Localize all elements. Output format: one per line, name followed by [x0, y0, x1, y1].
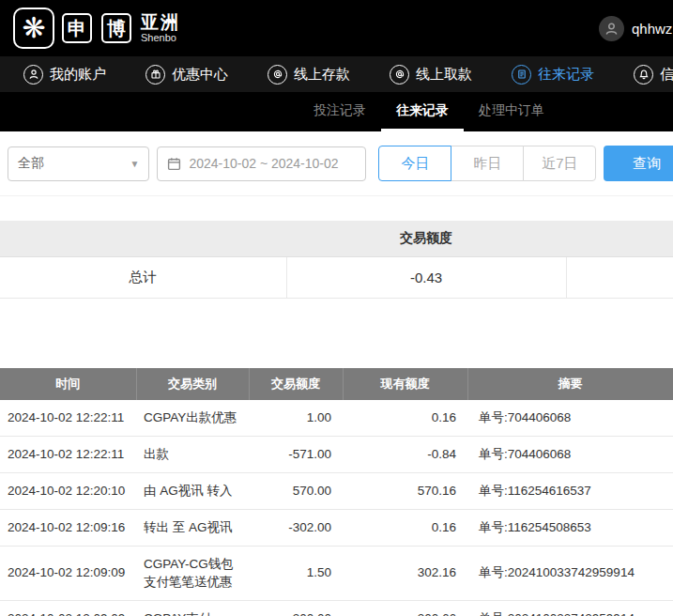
column-header-category: 交易类别 [136, 368, 249, 400]
flower-logo-icon: ❋ [13, 8, 54, 49]
brand-region-text: 亚洲 [141, 13, 180, 33]
nav-label: 我的账户 [50, 66, 106, 84]
transaction-table-body: 2024-10-02 12:22:11CGPAY出款优惠1.000.16单号:7… [0, 400, 673, 616]
cell-category: CGPAY-CG钱包支付笔笔送优惠 [136, 547, 249, 600]
nav-item-deposit[interactable]: 线上存款 [248, 56, 370, 92]
summary-total-value: -0.43 [286, 256, 566, 298]
cell-memo: 单号:116254616537 [467, 472, 673, 509]
cell-time: 2024-10-02 12:20:10 [0, 472, 136, 509]
summary-header-row: 交易额度 [0, 221, 673, 256]
summary-table: 交易额度 总计 -0.43 [0, 221, 673, 299]
cell-balance: 0.16 [343, 510, 467, 547]
table-row: 2024-10-02 12:20:10由 AG视讯 转入570.00570.16… [0, 472, 673, 509]
brand-char-box-1: 申 [62, 13, 92, 43]
today-button[interactable]: 今日 [378, 146, 451, 181]
cell-amount: 570.00 [249, 472, 343, 509]
nav-label: 线上存款 [294, 66, 350, 84]
filter-bar: 全部 ▼ 2024-10-02 ~ 2024-10-02 今日 昨日 近7日 查… [0, 131, 673, 196]
user-avatar-icon [599, 16, 624, 41]
tab-pending-orders[interactable]: 处理中订单 [464, 92, 559, 131]
nav-item-my-account[interactable]: 我的账户 [4, 56, 126, 92]
cell-amount: -302.00 [249, 510, 343, 547]
table-row: 2024-10-02 12:09:09CGPAY支付300.00300.66单号… [0, 600, 673, 616]
nav-label: 往来记录 [538, 66, 594, 84]
column-header-amount: 交易额度 [249, 368, 343, 400]
column-header-time: 时间 [0, 368, 136, 400]
brand-char-box-2: 博 [101, 13, 131, 43]
cell-time: 2024-10-02 12:09:09 [0, 547, 136, 600]
summary-empty-cell [566, 256, 673, 298]
summary-total-row: 总计 -0.43 [0, 256, 673, 298]
tab-bet-records[interactable]: 投注记录 [298, 92, 381, 131]
cell-time: 2024-10-02 12:22:11 [0, 400, 136, 437]
user-account[interactable]: qhhwz [599, 0, 672, 56]
calendar-icon [167, 157, 181, 171]
deposit-coin-icon [268, 65, 287, 85]
query-button[interactable]: 查询 [604, 146, 673, 181]
nav-label: 优惠中心 [172, 66, 228, 84]
cell-balance: 302.16 [343, 547, 467, 600]
nav-item-transactions[interactable]: 往来记录 [492, 56, 614, 92]
cell-amount: 300.00 [249, 600, 343, 616]
cell-balance: 570.16 [343, 472, 467, 509]
cell-memo: 单号:116254508653 [467, 510, 673, 547]
chevron-down-icon: ▼ [130, 159, 139, 169]
gift-icon [145, 65, 165, 85]
top-header: ❋ 申 博 亚洲 Shenbo qhhwz [0, 0, 673, 56]
summary-total-label: 总计 [0, 256, 286, 298]
brand-region-block: 亚洲 Shenbo [141, 13, 180, 44]
type-select-value: 全部 [18, 155, 44, 172]
cell-memo: 单号:704406068 [467, 436, 673, 472]
cell-category: CGPAY支付 [136, 600, 249, 616]
date-range-value: 2024-10-02 ~ 2024-10-02 [189, 156, 338, 171]
cell-category: 由 AG视讯 转入 [136, 472, 249, 509]
table-row: 2024-10-02 12:22:11CGPAY出款优惠1.000.16单号:7… [0, 400, 673, 437]
cell-balance: 300.66 [343, 600, 467, 616]
person-icon [23, 65, 43, 85]
brand-logo[interactable]: ❋ 申 博 亚洲 Shenbo [13, 8, 180, 49]
cell-time: 2024-10-02 12:09:09 [0, 600, 136, 616]
cell-amount: -571.00 [249, 436, 343, 472]
table-row: 2024-10-02 12:22:11出款-571.00-0.84单号:7044… [0, 436, 673, 472]
cell-memo: 单号:704406068 [467, 400, 673, 437]
cell-amount: 1.50 [249, 547, 343, 600]
cell-category: 出款 [136, 436, 249, 472]
record-subtabs: 投注记录 往来记录 处理中订单 [0, 92, 673, 131]
table-row: 2024-10-02 12:09:16转出 至 AG视讯-302.000.16单… [0, 510, 673, 547]
column-header-memo: 摘要 [467, 368, 673, 400]
type-select[interactable]: 全部 ▼ [8, 146, 149, 181]
last7days-button[interactable]: 近7日 [523, 146, 596, 181]
column-header-balance: 现有额度 [343, 368, 467, 400]
cell-balance: 0.16 [343, 400, 467, 437]
cell-time: 2024-10-02 12:22:11 [0, 436, 136, 472]
cell-memo: 单号:202410033742959914 [467, 600, 673, 616]
cell-balance: -0.84 [343, 436, 467, 472]
date-range-input[interactable]: 2024-10-02 ~ 2024-10-02 [157, 146, 366, 181]
bell-icon [634, 65, 653, 85]
records-icon [512, 65, 531, 85]
tab-transaction-records[interactable]: 往来记录 [381, 92, 464, 131]
quick-date-group: 今日 昨日 近7日 [378, 146, 596, 181]
transaction-table: 时间 交易类别 交易额度 现有额度 摘要 2024-10-02 12:22:11… [0, 368, 673, 616]
main-nav: 我的账户 优惠中心 线上存款 线上取款 [0, 56, 673, 92]
summary-header-empty-right [566, 221, 673, 256]
cell-category: 转出 至 AG视讯 [136, 510, 249, 547]
nav-item-messages[interactable]: 信息 [614, 56, 673, 92]
summary-header-title: 交易额度 [286, 221, 566, 256]
brand-sub-text: Shenbo [141, 32, 180, 43]
table-row: 2024-10-02 12:09:09CGPAY-CG钱包支付笔笔送优惠1.50… [0, 547, 673, 600]
nav-label: 信息 [660, 66, 673, 84]
cell-category: CGPAY出款优惠 [136, 400, 249, 437]
withdraw-coin-icon [390, 65, 409, 85]
yesterday-button[interactable]: 昨日 [451, 146, 524, 181]
nav-item-promotions[interactable]: 优惠中心 [126, 56, 248, 92]
username-text: qhhwz [632, 21, 672, 37]
cell-time: 2024-10-02 12:09:16 [0, 510, 136, 547]
table-header-row: 时间 交易类别 交易额度 现有额度 摘要 [0, 368, 673, 400]
nav-label: 线上取款 [416, 66, 472, 84]
nav-item-withdraw[interactable]: 线上取款 [370, 56, 492, 92]
cell-amount: 1.00 [249, 400, 343, 437]
cell-memo: 单号:202410033742959914 [467, 547, 673, 600]
summary-header-empty-left [0, 221, 286, 256]
